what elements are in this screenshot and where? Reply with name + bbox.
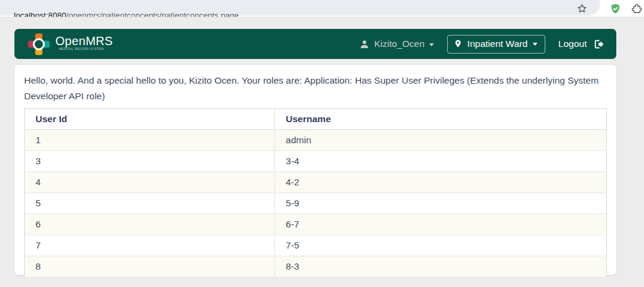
table-header-row: User Id Username bbox=[25, 109, 607, 130]
table-row: 44-2 bbox=[25, 172, 607, 193]
url-origin: localhost:8080 bbox=[14, 11, 66, 17]
url-path: /openmrs/patientconcepts/patientconcepts… bbox=[66, 11, 239, 17]
location-selector[interactable]: Inpatient Ward bbox=[447, 35, 545, 54]
browser-toolbar: localhost:8080/openmrs/patientconcepts/p… bbox=[0, 0, 644, 17]
adblock-shield-icon[interactable] bbox=[608, 2, 622, 15]
extensions-puzzle-icon[interactable] bbox=[630, 2, 643, 15]
table-row: 77-5 bbox=[25, 235, 607, 256]
content-card: Hello, world. And a special hello to you… bbox=[14, 65, 616, 275]
table-row: 88-3 bbox=[25, 256, 607, 277]
cell-username: admin bbox=[274, 130, 606, 151]
logo-title: OpenMRS bbox=[55, 35, 135, 47]
openmrs-logo[interactable]: OpenMRS MEDICAL RECORD SYSTEM bbox=[28, 33, 135, 55]
column-header-username: Username bbox=[274, 109, 606, 130]
chevron-down-icon bbox=[429, 43, 434, 46]
cell-username: 3-4 bbox=[274, 151, 606, 172]
cell-user-id: 5 bbox=[25, 193, 275, 214]
cell-user-id: 4 bbox=[25, 172, 275, 193]
cell-user-id: 6 bbox=[25, 214, 275, 235]
user-icon bbox=[359, 39, 370, 49]
cell-username: 8-3 bbox=[274, 256, 606, 277]
user-menu[interactable]: Kizito_Ocen bbox=[359, 39, 435, 49]
logout-icon bbox=[592, 39, 604, 50]
cell-user-id: 7 bbox=[25, 235, 275, 256]
location-pin-icon bbox=[454, 39, 462, 49]
table-row: 55-9 bbox=[25, 193, 607, 214]
cell-user-id: 1 bbox=[25, 130, 275, 151]
url-text[interactable]: localhost:8080/openmrs/patientconcepts/p… bbox=[14, 11, 239, 17]
logout-label: Logout bbox=[559, 39, 587, 49]
table-row: 33-4 bbox=[25, 151, 607, 172]
location-selector-label: Inpatient Ward bbox=[467, 39, 527, 49]
chevron-down-icon bbox=[533, 43, 537, 46]
page-background: OpenMRS MEDICAL RECORD SYSTEM Kizito_Oce… bbox=[0, 17, 644, 286]
logo-subtitle: MEDICAL RECORD SYSTEM bbox=[59, 48, 104, 51]
logout-button[interactable]: Logout bbox=[559, 39, 605, 50]
openmrs-logo-icon bbox=[28, 33, 50, 55]
cell-username: 6-7 bbox=[274, 214, 606, 235]
cell-username: 7-5 bbox=[274, 235, 606, 256]
bookmark-star-icon[interactable] bbox=[575, 2, 589, 15]
cell-user-id: 3 bbox=[25, 151, 275, 172]
cell-user-id: 8 bbox=[25, 256, 275, 277]
openmrs-navbar: OpenMRS MEDICAL RECORD SYSTEM Kizito_Oce… bbox=[14, 29, 616, 59]
table-row: 66-7 bbox=[25, 214, 607, 235]
cell-username: 5-9 bbox=[274, 193, 606, 214]
cell-username: 4-2 bbox=[274, 172, 606, 193]
greeting-text: Hello, world. And a special hello to you… bbox=[24, 73, 607, 104]
users-table: User Id Username 1admin33-444-255-966-77… bbox=[24, 108, 607, 277]
column-header-user-id: User Id bbox=[25, 109, 275, 130]
user-menu-label: Kizito_Ocen bbox=[374, 39, 425, 49]
table-row: 1admin bbox=[25, 130, 607, 151]
